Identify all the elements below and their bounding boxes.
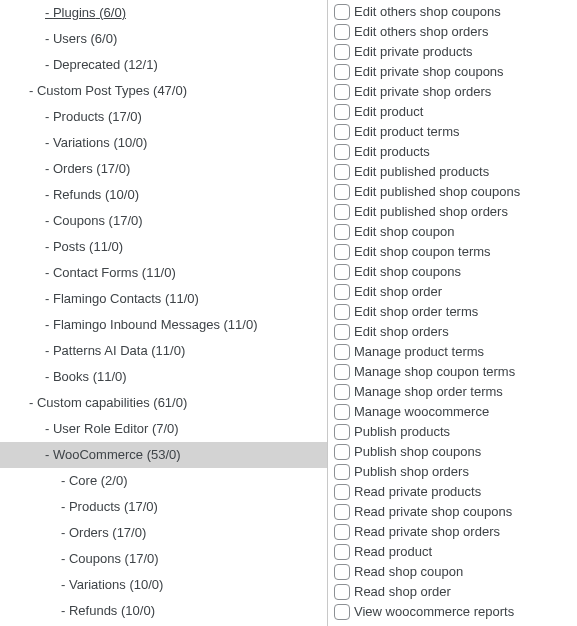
capability-checkbox-manage-woocommerce[interactable] — [334, 404, 350, 420]
capability-checkbox-edit-others-shop-orders[interactable] — [334, 24, 350, 40]
capability-row: Publish shop orders — [332, 462, 577, 482]
capability-row: Edit published shop coupons — [332, 182, 577, 202]
tree-item-variations[interactable]: - Variations (10/0) — [0, 130, 327, 156]
capability-label[interactable]: Edit published shop orders — [354, 202, 508, 222]
tree-dash-icon: - — [45, 291, 53, 306]
capability-checkbox-edit-published-shop-orders[interactable] — [334, 204, 350, 220]
capability-checkbox-edit-shop-order-terms[interactable] — [334, 304, 350, 320]
capability-label[interactable]: Edit published products — [354, 162, 489, 182]
capability-checkbox-read-private-products[interactable] — [334, 484, 350, 500]
tree-item-contact-forms[interactable]: - Contact Forms (11/0) — [0, 260, 327, 286]
capability-label[interactable]: Publish shop coupons — [354, 442, 481, 462]
tree-item-posts[interactable]: - Posts (11/0) — [0, 234, 327, 260]
tree-item-label: Coupons — [53, 213, 105, 228]
capability-row: Edit shop orders — [332, 322, 577, 342]
capability-label[interactable]: Edit shop order terms — [354, 302, 478, 322]
capability-label[interactable]: Edit products — [354, 142, 430, 162]
capability-checkbox-edit-others-shop-coupons[interactable] — [334, 4, 350, 20]
tree-item-patterns-ai-data[interactable]: - Patterns AI Data (11/0) — [0, 338, 327, 364]
capability-checkbox-edit-shop-coupons[interactable] — [334, 264, 350, 280]
capability-checkbox-manage-product-terms[interactable] — [334, 344, 350, 360]
capability-checkbox-edit-shop-coupon-terms[interactable] — [334, 244, 350, 260]
capability-checkbox-manage-shop-coupon-terms[interactable] — [334, 364, 350, 380]
capability-label[interactable]: Read shop coupon — [354, 562, 463, 582]
capability-label[interactable]: Edit shop orders — [354, 322, 449, 342]
tree-item-deprecated[interactable]: - Deprecated (12/1) — [0, 52, 327, 78]
capability-checkbox-read-shop-coupon[interactable] — [334, 564, 350, 580]
capability-label[interactable]: Edit shop order — [354, 282, 442, 302]
tree-item-orders[interactable]: - Orders (17/0) — [0, 156, 327, 182]
capability-checkbox-view-woocommerce-reports[interactable] — [334, 604, 350, 620]
tree-dash-icon: - — [45, 161, 53, 176]
capability-checkbox-read-product[interactable] — [334, 544, 350, 560]
capability-label[interactable]: Edit others shop coupons — [354, 2, 501, 22]
capability-checkbox-edit-published-products[interactable] — [334, 164, 350, 180]
tree-item-products[interactable]: - Products (17/0) — [0, 104, 327, 130]
capability-checkbox-edit-shop-orders[interactable] — [334, 324, 350, 340]
tree-dash-icon: - — [61, 577, 69, 592]
tree-item-flamingo-contacts[interactable]: - Flamingo Contacts (11/0) — [0, 286, 327, 312]
tree-item-flamingo-inbound-messages[interactable]: - Flamingo Inbound Messages (11/0) — [0, 312, 327, 338]
capability-label[interactable]: Publish products — [354, 422, 450, 442]
capability-checkbox-edit-products[interactable] — [334, 144, 350, 160]
capability-checkbox-publish-shop-orders[interactable] — [334, 464, 350, 480]
tree-dash-icon: - — [61, 525, 69, 540]
capability-label[interactable]: Read private products — [354, 482, 481, 502]
capability-label[interactable]: Edit private shop orders — [354, 82, 491, 102]
tree-item-plugins[interactable]: - Plugins (6/0) — [0, 0, 327, 26]
tree-dash-icon: - — [45, 213, 53, 228]
tree-item-count: 7/0 — [156, 421, 174, 436]
capability-label[interactable]: Read private shop orders — [354, 522, 500, 542]
capability-checkbox-read-private-shop-orders[interactable] — [334, 524, 350, 540]
capability-label[interactable]: Read shop order — [354, 582, 451, 602]
tree-dash-icon: - — [45, 447, 53, 462]
capability-checkbox-edit-shop-order[interactable] — [334, 284, 350, 300]
tree-item-custom-capabilities[interactable]: - Custom capabilities (61/0) — [0, 390, 327, 416]
tree-item-woocommerce[interactable]: - WooCommerce (53/0) — [0, 442, 327, 468]
capability-checkbox-edit-private-shop-orders[interactable] — [334, 84, 350, 100]
capability-label[interactable]: Manage woocommerce — [354, 402, 489, 422]
capability-label[interactable]: Publish shop orders — [354, 462, 469, 482]
capability-checkbox-edit-product[interactable] — [334, 104, 350, 120]
capability-checkbox-read-shop-order[interactable] — [334, 584, 350, 600]
capability-checkbox-edit-published-shop-coupons[interactable] — [334, 184, 350, 200]
capability-label[interactable]: Read private shop coupons — [354, 502, 512, 522]
tree-dash-icon: - — [45, 317, 53, 332]
capability-checkbox-edit-private-products[interactable] — [334, 44, 350, 60]
capability-label[interactable]: Edit private shop coupons — [354, 62, 504, 82]
capability-label[interactable]: Edit product terms — [354, 122, 460, 142]
capability-label[interactable]: Manage shop coupon terms — [354, 362, 515, 382]
capability-label[interactable]: Edit published shop coupons — [354, 182, 520, 202]
capability-label[interactable]: View woocommerce reports — [354, 602, 514, 622]
capability-label[interactable]: Manage product terms — [354, 342, 484, 362]
capability-checkbox-edit-shop-coupon[interactable] — [334, 224, 350, 240]
tree-item-coupons[interactable]: - Coupons (17/0) — [0, 208, 327, 234]
capability-checkbox-edit-product-terms[interactable] — [334, 124, 350, 140]
tree-item-refunds[interactable]: - Refunds (10/0) — [0, 182, 327, 208]
capability-checkbox-edit-private-shop-coupons[interactable] — [334, 64, 350, 80]
capability-label[interactable]: Manage shop order terms — [354, 382, 503, 402]
capability-label[interactable]: Edit shop coupons — [354, 262, 461, 282]
tree-item-users[interactable]: - Users (6/0) — [0, 26, 327, 52]
capability-label[interactable]: Edit others shop orders — [354, 22, 488, 42]
tree-item-variations[interactable]: - Variations (10/0) — [0, 572, 327, 598]
capability-checkbox-publish-products[interactable] — [334, 424, 350, 440]
tree-item-refunds[interactable]: - Refunds (10/0) — [0, 598, 327, 624]
capability-label[interactable]: Edit shop coupon — [354, 222, 454, 242]
tree-item-orders[interactable]: - Orders (17/0) — [0, 520, 327, 546]
tree-item-products[interactable]: - Products (17/0) — [0, 494, 327, 520]
tree-item-label: Products — [53, 109, 104, 124]
tree-item-coupons[interactable]: - Coupons (17/0) — [0, 546, 327, 572]
capability-label[interactable]: Edit private products — [354, 42, 473, 62]
capability-label[interactable]: Edit shop coupon terms — [354, 242, 491, 262]
capability-checkbox-publish-shop-coupons[interactable] — [334, 444, 350, 460]
tree-item-core[interactable]: - Core (2/0) — [0, 468, 327, 494]
tree-item-user-role-editor[interactable]: - User Role Editor (7/0) — [0, 416, 327, 442]
capability-row: Edit private products — [332, 42, 577, 62]
capability-checkbox-read-private-shop-coupons[interactable] — [334, 504, 350, 520]
capability-label[interactable]: Read product — [354, 542, 432, 562]
capability-checkbox-manage-shop-order-terms[interactable] — [334, 384, 350, 400]
tree-item-books[interactable]: - Books (11/0) — [0, 364, 327, 390]
capability-label[interactable]: Edit product — [354, 102, 423, 122]
tree-item-custom-post-types[interactable]: - Custom Post Types (47/0) — [0, 78, 327, 104]
